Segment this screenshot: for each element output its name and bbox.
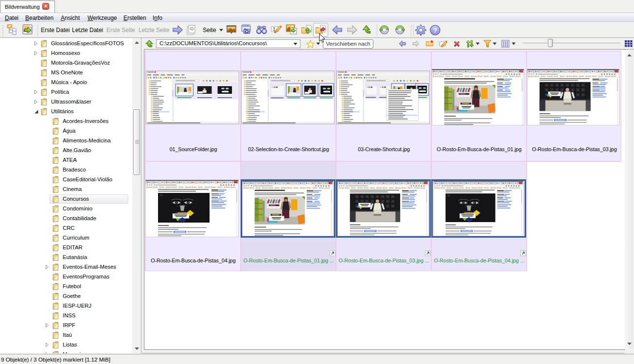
svg-text:?: ? xyxy=(433,27,437,34)
